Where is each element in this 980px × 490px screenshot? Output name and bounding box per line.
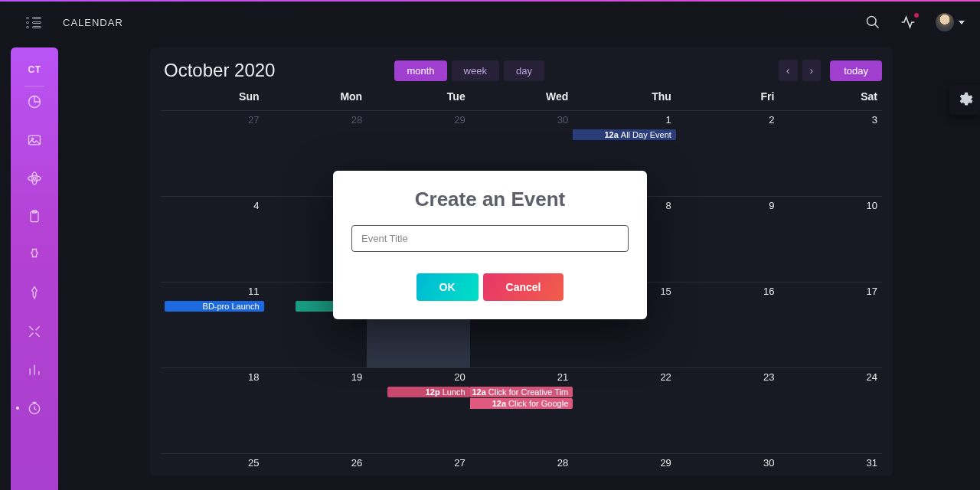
- day-cell[interactable]: 2112aClick for Creative Tim12aClick for …: [470, 368, 573, 453]
- search-icon[interactable]: [865, 15, 880, 30]
- day-cell[interactable]: 18: [161, 368, 264, 453]
- calendar-event[interactable]: 12aClick for Creative Tim: [470, 387, 573, 397]
- event-title-input[interactable]: [351, 225, 629, 252]
- day-cell[interactable]: 16: [676, 282, 779, 368]
- atom-icon[interactable]: [27, 171, 42, 186]
- svg-point-5: [33, 177, 35, 179]
- today-button[interactable]: today: [830, 60, 882, 81]
- image-icon[interactable]: [27, 132, 42, 148]
- day-cell[interactable]: 11BD-pro Launch: [161, 282, 264, 368]
- prev-button[interactable]: ‹: [779, 60, 798, 81]
- gear-icon: [956, 91, 973, 108]
- calendar-event[interactable]: BD-pro Launch: [165, 301, 264, 312]
- sidebar-brand: CT: [11, 64, 58, 75]
- day-header: Fri: [676, 87, 779, 110]
- chart-pie-icon[interactable]: [27, 94, 42, 109]
- day-cell[interactable]: 28: [470, 453, 573, 490]
- day-header: Sat: [779, 87, 882, 110]
- calendar-event[interactable]: 12aClick for Google: [470, 398, 573, 409]
- tools-icon[interactable]: [27, 324, 42, 339]
- day-cell[interactable]: 29: [573, 453, 676, 490]
- modal-title: Create an Event: [351, 188, 629, 211]
- day-cell[interactable]: 30: [676, 453, 779, 490]
- day-cell[interactable]: 27: [367, 453, 470, 490]
- day-header: Mon: [264, 87, 368, 110]
- pin-icon[interactable]: [27, 286, 42, 301]
- settings-float-button[interactable]: [949, 84, 980, 115]
- day-header: Thu: [573, 87, 676, 110]
- day-cell[interactable]: 22: [573, 368, 676, 453]
- day-header: Wed: [470, 87, 573, 110]
- view-day-button[interactable]: day: [504, 60, 544, 81]
- day-cell[interactable]: 19: [264, 368, 368, 453]
- puzzle-icon[interactable]: [27, 247, 42, 263]
- svg-point-0: [867, 17, 877, 26]
- clock-icon[interactable]: [27, 400, 42, 416]
- day-cell[interactable]: 27: [161, 110, 264, 196]
- calendar-event[interactable]: 12pLunch: [387, 387, 470, 397]
- day-header: Sun: [161, 87, 264, 110]
- day-cell[interactable]: 26: [264, 453, 368, 490]
- menu-toggle-icon[interactable]: [26, 17, 41, 28]
- chevron-down-icon: [959, 21, 965, 24]
- topbar: CALENDAR: [0, 2, 980, 43]
- clipboard-icon[interactable]: [27, 209, 42, 224]
- day-cell[interactable]: 9: [676, 196, 779, 282]
- day-cell[interactable]: 17: [779, 282, 882, 368]
- page-title: CALENDAR: [63, 17, 123, 28]
- day-cell[interactable]: 10: [779, 196, 882, 282]
- day-cell[interactable]: 2012pLunch: [367, 368, 470, 453]
- create-event-modal: Create an Event OK Cancel: [333, 171, 647, 319]
- day-cell[interactable]: 3: [779, 110, 882, 196]
- day-cell[interactable]: 23: [676, 368, 779, 453]
- view-week-button[interactable]: week: [452, 60, 499, 81]
- avatar: [936, 13, 954, 31]
- day-cell[interactable]: 25: [161, 453, 264, 490]
- user-menu[interactable]: [936, 13, 965, 31]
- calendar-event[interactable]: 12aAll Day Event: [573, 129, 676, 140]
- day-header: Tue: [367, 87, 470, 110]
- svg-line-1: [875, 24, 879, 28]
- modal-cancel-button[interactable]: Cancel: [483, 273, 564, 301]
- day-cell[interactable]: 4: [161, 196, 264, 282]
- next-button[interactable]: ›: [802, 60, 822, 81]
- calendar-title: October 2020: [164, 60, 275, 81]
- bar-chart-icon[interactable]: [27, 362, 42, 377]
- modal-ok-button[interactable]: OK: [416, 273, 479, 301]
- day-cell[interactable]: 2: [676, 110, 779, 196]
- sidebar: CT: [11, 47, 58, 490]
- day-cell[interactable]: 31: [779, 453, 882, 490]
- day-cell[interactable]: 24: [779, 368, 882, 453]
- view-month-button[interactable]: month: [394, 60, 446, 81]
- activity-icon[interactable]: [900, 15, 916, 30]
